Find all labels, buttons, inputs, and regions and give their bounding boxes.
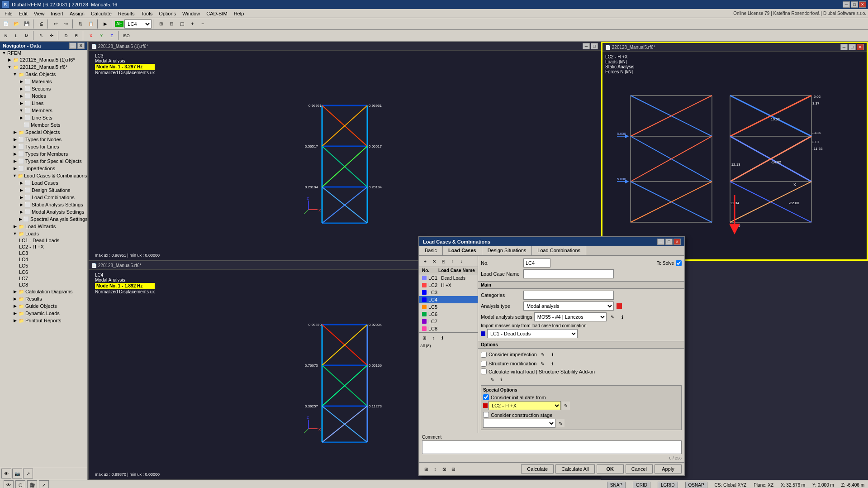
structure-mod-info-btn[interactable]: ℹ <box>548 359 556 368</box>
status-icon4[interactable]: ↗ <box>39 480 49 488</box>
node-btn[interactable]: N <box>1 31 11 41</box>
list-copy-btn[interactable]: ⎘ <box>439 257 447 265</box>
nav-lc2[interactable]: LC2 - H +X <box>0 244 87 250</box>
list-info-btn[interactable]: ℹ <box>438 334 446 342</box>
copy-btn[interactable]: ⎘ <box>76 19 85 29</box>
select-construction[interactable] <box>483 419 555 428</box>
menu-assign[interactable]: Assign <box>67 10 87 17</box>
nav-arrow-btn[interactable]: ↗ <box>23 469 33 478</box>
display-btn[interactable]: D <box>61 31 71 41</box>
cancel-btn[interactable]: Cancel <box>626 464 653 474</box>
list-add-btn[interactable]: + <box>421 257 429 265</box>
nav-lc6[interactable]: LC6 <box>0 269 87 275</box>
list-sort-btn[interactable]: ↕ <box>429 334 437 342</box>
apply-btn[interactable]: Apply <box>655 464 682 474</box>
select-btn[interactable]: ↖ <box>36 31 46 41</box>
nav-lc7[interactable]: LC7 <box>0 275 87 282</box>
z-axis-btn[interactable]: Z <box>107 31 117 41</box>
menu-file[interactable]: File <box>2 10 15 17</box>
modal-settings-edit-btn[interactable]: ✎ <box>608 313 617 321</box>
view-btn1[interactable]: ⊞ <box>156 19 166 29</box>
paste-btn[interactable]: 📋 <box>86 19 96 29</box>
status-icon1[interactable]: 👁 <box>4 480 14 488</box>
select-modal-settings[interactable]: MO55 - #4 | Lanczos <box>534 312 607 321</box>
view-btn3[interactable]: ◫ <box>177 19 187 29</box>
undo-btn[interactable]: ↩ <box>51 19 61 29</box>
list-item-lc8[interactable]: LC8 <box>419 325 478 332</box>
menu-insert[interactable]: Insert <box>48 10 66 17</box>
tab-design-situations[interactable]: Design Situations <box>482 246 532 255</box>
viewport-force-min[interactable]: ─ <box>840 44 848 50</box>
footer-btn4[interactable]: ⊟ <box>449 465 457 473</box>
list-filter-btn[interactable]: ⊞ <box>420 334 428 342</box>
nav-results[interactable]: ▶ 📁 Results <box>0 295 87 302</box>
nav-members[interactable]: ▼ ⬜ Members <box>0 107 87 114</box>
move-btn[interactable]: ✛ <box>47 31 57 41</box>
nav-imperfections[interactable]: ▶ ⬜ Imperfections <box>0 165 87 172</box>
calculate-btn[interactable]: Calculate <box>521 464 554 474</box>
list-item-lc6[interactable]: LC6 <box>419 311 478 318</box>
select-analysis-type[interactable]: Modal analysis Static analysis Spectral … <box>523 301 614 311</box>
nav-lc3[interactable]: LC3 <box>0 250 87 256</box>
menu-calculate[interactable]: Calculate <box>88 10 114 17</box>
nav-minimize[interactable]: ─ <box>69 43 76 49</box>
member-btn[interactable]: M <box>22 31 32 41</box>
nav-modal-analysis[interactable]: ▶ ⬜ Modal Analysis Settings <box>0 208 87 215</box>
list-item-lc3[interactable]: LC3 <box>419 289 478 296</box>
nav-basic-objects[interactable]: ▼ 📁 Basic Objects <box>0 71 87 78</box>
menu-help[interactable]: Help <box>231 10 247 17</box>
status-icon3[interactable]: 🎥 <box>27 480 37 488</box>
lgrid-btn[interactable]: LGRID <box>658 482 678 488</box>
menu-results[interactable]: Results <box>115 10 138 17</box>
nav-line-sets[interactable]: ▶ ⬜ Line Sets <box>0 114 87 121</box>
nav-load-cases[interactable]: ▶ ⬜ Load Cases <box>0 179 87 187</box>
nav-materials[interactable]: ▶ ⬜ Materials <box>0 78 87 85</box>
calc-btn[interactable]: ▶ <box>100 19 110 29</box>
imperfection-edit-btn[interactable]: ✎ <box>539 350 547 359</box>
list-up-btn[interactable]: ↑ <box>448 257 456 265</box>
view-btn2[interactable]: ⊟ <box>166 19 176 29</box>
nav-file1[interactable]: ▶ 📁 220128_Manual5 (1).rf6* <box>0 56 87 63</box>
initial-date-edit-btn[interactable]: ✎ <box>562 402 570 410</box>
select-initial-date[interactable]: LC2 - H +X LC1 - Dead Loads <box>489 401 561 410</box>
nav-loads[interactable]: ▼ 📁 Loads <box>0 230 87 237</box>
redo-btn[interactable]: ↪ <box>61 19 71 29</box>
nav-lc5[interactable]: LC5 <box>0 263 87 269</box>
new-btn[interactable]: 📄 <box>1 19 11 29</box>
nav-design-situations[interactable]: ▶ ⬜ Design Situations <box>0 187 87 194</box>
nav-types-lines[interactable]: ▶ ⬜ Types for Lines <box>0 143 87 150</box>
viewport-force-close[interactable]: ✕ <box>857 44 864 50</box>
open-btn[interactable]: 📂 <box>11 19 21 29</box>
osnap-btn[interactable]: OSNAP <box>685 482 707 488</box>
nav-lc8[interactable]: LC8 <box>0 282 87 288</box>
minimize-btn[interactable]: ─ <box>843 1 850 8</box>
virtual-info-btn[interactable]: ℹ <box>497 375 505 383</box>
nav-close[interactable]: ✕ <box>77 43 85 49</box>
zoom-out-btn[interactable]: − <box>198 19 208 29</box>
nav-special-objects[interactable]: ▶ 📁 Special Objects <box>0 129 87 136</box>
nav-file2[interactable]: ▼ 📁 220128_Manual5.rf6* <box>0 63 87 71</box>
modal-settings-info-btn[interactable]: ℹ <box>618 313 626 321</box>
checkbox-imperfection[interactable] <box>481 352 487 358</box>
input-categories[interactable] <box>523 291 614 300</box>
nav-load-cases-comb[interactable]: ▼ 📁 Load Cases & Combinations <box>0 172 87 179</box>
snap-btn[interactable]: SNAP <box>607 482 626 488</box>
imperfection-info-btn[interactable]: ℹ <box>549 350 557 359</box>
footer-btn3[interactable]: ⊠ <box>440 465 448 473</box>
menu-edit[interactable]: Edit <box>16 10 30 17</box>
y-axis-btn[interactable]: Y <box>96 31 106 41</box>
grid-btn[interactable]: GRID <box>633 482 650 488</box>
dialog-max-btn[interactable]: □ <box>665 239 673 245</box>
tab-basic[interactable]: Basic <box>419 246 443 255</box>
zoom-in-btn[interactable]: + <box>187 19 197 29</box>
viewport-force-max[interactable]: □ <box>849 44 856 50</box>
iso-btn[interactable]: ISO <box>121 31 131 41</box>
virtual-edit-btn[interactable]: ✎ <box>488 375 496 383</box>
menu-tools[interactable]: Tools <box>138 10 155 17</box>
select-import-masses[interactable]: LC1 - Dead Loads LC2 - H +X <box>487 329 578 338</box>
line-btn[interactable]: L <box>11 31 21 41</box>
render-btn[interactable]: R <box>71 31 81 41</box>
dialog-min-btn[interactable]: ─ <box>657 239 664 245</box>
checkbox-construction[interactable] <box>483 412 489 418</box>
list-item-lc7[interactable]: LC7 <box>419 318 478 325</box>
